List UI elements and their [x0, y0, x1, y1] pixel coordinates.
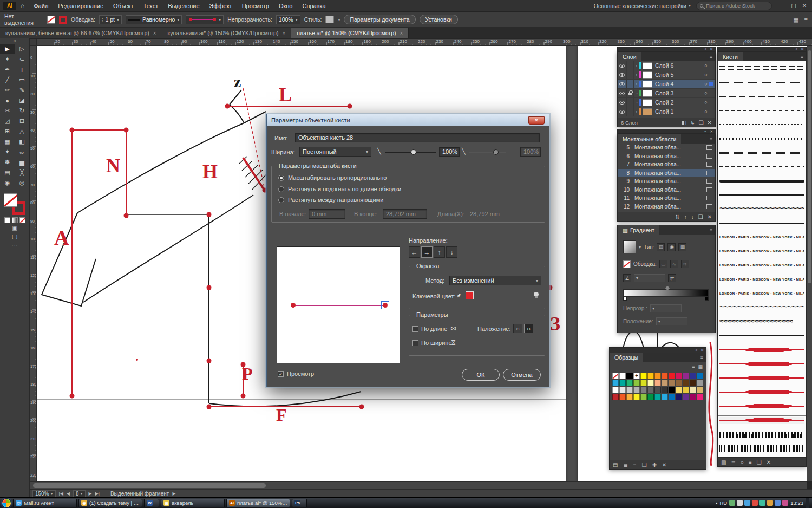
swatch[interactable] [640, 373, 647, 379]
target-circle-icon[interactable]: ○ [703, 72, 709, 77]
brush-item[interactable] [718, 103, 806, 118]
horizontal-scroll-thumb[interactable] [33, 483, 266, 488]
direction-right-button[interactable]: → [421, 246, 433, 258]
rotate-tool[interactable]: ↻ [15, 106, 29, 116]
visibility-toggle[interactable] [618, 98, 627, 107]
swatch[interactable] [676, 394, 682, 400]
gradient-midpoint[interactable] [665, 286, 670, 290]
taskbar-button[interactable]: Ps [292, 499, 307, 507]
zoom-tool[interactable]: ◎ [15, 178, 29, 188]
swatch[interactable] [683, 394, 689, 400]
tray-icon[interactable] [767, 500, 773, 506]
swatch[interactable] [612, 394, 619, 400]
first-artboard-button[interactable]: |◀ [59, 491, 63, 496]
artboard-icon[interactable] [706, 196, 712, 200]
freeform-gradient-icon[interactable]: ▦ [678, 243, 686, 251]
fill-color-control[interactable] [47, 16, 55, 24]
ok-button[interactable]: ОК [462, 369, 500, 381]
scissors-tool[interactable]: ✂ [0, 106, 15, 116]
menu-item[interactable]: Выделение [163, 0, 204, 12]
taskbar-button[interactable]: ◉ (1) Создать тему | Ф... [78, 499, 142, 507]
swatch[interactable] [654, 387, 661, 393]
layer-name[interactable]: Слой 3 [655, 90, 703, 96]
brush-item[interactable] [718, 371, 806, 385]
artboard-row[interactable]: 6 Монтажная обла... [618, 152, 715, 161]
collapse-dock-icon[interactable]: « [795, 47, 797, 51]
direct-selection-tool[interactable]: ▷ [15, 44, 29, 54]
new-swatch-icon[interactable]: ✚ [652, 462, 657, 468]
brush-item[interactable] [718, 75, 806, 89]
swatch[interactable] [676, 373, 682, 379]
artboard-name[interactable]: Монтажная обла... [634, 187, 706, 193]
swatch[interactable] [654, 394, 661, 400]
menu-item[interactable]: Окно [274, 0, 298, 12]
gradient-tool[interactable]: ◧ [15, 136, 29, 147]
artboard-row[interactable]: 9 Монтажная обла... [618, 177, 715, 186]
prev-artboard-button[interactable]: ◀ [67, 491, 70, 496]
artboard-row[interactable]: 10 Монтажная обла... [618, 186, 715, 194]
close-panel-icon[interactable]: ✕ [710, 47, 713, 51]
swatch[interactable] [669, 387, 675, 393]
target-circle-icon[interactable]: ○ [703, 90, 709, 96]
flip-across-checkbox[interactable] [412, 340, 418, 346]
swatch[interactable] [612, 387, 619, 393]
artboard-name[interactable]: Монтажная обла... [634, 178, 706, 184]
slice-tool[interactable]: ╳ [15, 167, 29, 178]
collapse-dock-icon[interactable]: « [695, 348, 697, 352]
expand-icon[interactable]: › [634, 82, 639, 87]
close-icon[interactable]: × [282, 30, 285, 36]
swatch-options-icon[interactable]: ≡ [633, 462, 637, 468]
menu-item[interactable]: Файл [29, 0, 53, 12]
swatch[interactable] [647, 387, 654, 393]
artboard-name[interactable]: Монтажная обла... [634, 170, 706, 176]
taskbar-button[interactable]: ▣ акварель [161, 499, 225, 507]
overlap-off-icon[interactable]: ∩ [513, 324, 522, 333]
chevron-down-icon[interactable]: ▾ [639, 245, 641, 250]
swatch[interactable] [697, 380, 703, 386]
gradient-slider[interactable] [623, 289, 709, 297]
collapse-dock-icon[interactable]: « [704, 129, 706, 133]
pen-tool[interactable]: ✒ [0, 64, 15, 75]
swatch[interactable] [626, 394, 633, 400]
fill-proxy-icon[interactable] [4, 193, 17, 207]
close-button[interactable]: ✕ [799, 0, 810, 12]
visibility-toggle[interactable] [618, 61, 627, 70]
lasso-tool[interactable]: ⊂ [15, 54, 29, 64]
menu-item[interactable]: Редактирование [53, 0, 108, 12]
none-button[interactable] [19, 217, 25, 223]
layer-name[interactable]: Слой 6 [655, 62, 703, 69]
brush-item[interactable]: LONDON • PARIS • MOSCOW • NEW YORK • MIL… [718, 286, 806, 301]
target-circle-icon[interactable]: ○ [703, 63, 709, 68]
new-layer-icon[interactable]: ❏ [699, 120, 704, 126]
target-circle-icon[interactable]: ○ [703, 109, 709, 114]
swatch[interactable] [697, 394, 703, 400]
swatch[interactable] [690, 380, 696, 386]
artboard-icon[interactable] [706, 179, 712, 184]
layer-row[interactable]: › Слой 2 ○ [618, 98, 715, 107]
swatch[interactable] [669, 394, 675, 400]
brush-item[interactable] [718, 301, 806, 315]
brush-item[interactable] [718, 89, 806, 103]
expand-icon[interactable]: › [634, 63, 639, 68]
menu-item[interactable]: Текст [139, 0, 163, 12]
selection-tool[interactable]: ▶ [0, 44, 15, 54]
layer-name[interactable]: Слой 4 [655, 81, 703, 87]
lock-toggle[interactable] [627, 61, 634, 70]
swatch[interactable] [619, 373, 626, 379]
swatch[interactable] [647, 380, 654, 386]
reverse-gradient-icon[interactable]: ⇄ [668, 274, 676, 282]
minimize-button[interactable]: – [777, 0, 788, 12]
brush-item[interactable] [718, 385, 806, 399]
swatch[interactable] [669, 380, 675, 386]
artboard-icon[interactable] [706, 162, 712, 167]
menu-item[interactable]: Просмотр [237, 0, 274, 12]
vertical-ruler[interactable]: 0102030405060708090100110120130140150160… [30, 46, 37, 481]
artboard-icon[interactable] [706, 145, 712, 150]
brush-options-icon[interactable]: ≡ [749, 459, 752, 465]
lock-toggle[interactable] [627, 98, 634, 107]
taskbar-button[interactable]: Ai платье.ai* @ 150% (... [226, 499, 290, 507]
swatch-libraries-icon[interactable]: ▤ [613, 462, 618, 468]
gradient-stop-right[interactable] [705, 297, 709, 301]
brush-item[interactable] [718, 315, 806, 329]
swatch[interactable] [612, 373, 619, 379]
